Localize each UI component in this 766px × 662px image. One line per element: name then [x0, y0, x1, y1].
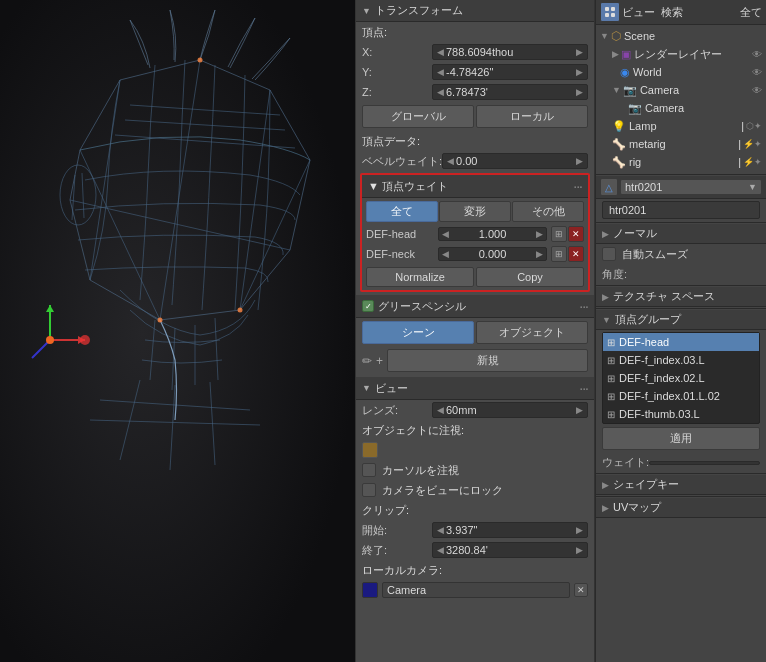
normal-section-header[interactable]: ▶ ノーマル: [596, 224, 766, 244]
grease-new-btn[interactable]: 新規: [387, 349, 588, 372]
vw-row1-arrow-right[interactable]: ▶: [533, 229, 546, 239]
grease-object-btn[interactable]: オブジェクト: [476, 321, 588, 344]
tree-item-rig[interactable]: 🦴 rig | ⚡✦: [596, 153, 766, 171]
object-dropdown-arrow: ▼: [748, 182, 757, 192]
tree-item-metarig[interactable]: 🦴 metarig | ⚡✦: [596, 135, 766, 153]
tree-item-lamp[interactable]: 💡 Lamp | ⬡✦: [596, 117, 766, 135]
copy-btn[interactable]: Copy: [476, 267, 584, 287]
metarig-label: metarig: [629, 138, 666, 150]
tree-item-scene[interactable]: ▼ ⬡ Scene: [596, 27, 766, 45]
vw-row-2: DEF-neck ◀ 0.000 ▶ ⊞ ✕: [362, 244, 588, 264]
vg-grid-icon-0: ⊞: [607, 337, 615, 348]
camera-lock-checkbox[interactable]: [362, 483, 376, 497]
transform-section-header[interactable]: ▼ トランスフォーム: [356, 0, 594, 22]
clip-start-chevron-left: ◀: [437, 525, 444, 535]
normalize-btn[interactable]: Normalize: [366, 267, 474, 287]
grease-section-header[interactable]: ✓ グリースペンシル ···: [356, 295, 594, 318]
apply-btn[interactable]: 適用: [602, 427, 760, 450]
lamp-icon: 💡: [612, 120, 626, 133]
focus-label: オブジェクトに注視:: [362, 423, 464, 438]
vg-item-2[interactable]: ⊞ DEF-f_index.02.L: [603, 369, 759, 387]
z-row: Z: ◀ 6.78473' ▶: [356, 82, 594, 102]
renderlayer-arrow: ▶: [612, 49, 619, 59]
grease-checkbox[interactable]: ✓: [362, 300, 374, 312]
vertex-weight-header[interactable]: ▼ 頂点ウェイト ···: [362, 175, 588, 198]
auto-smooth-checkbox[interactable]: [602, 247, 616, 261]
vertex-data-row: 頂点データ:: [356, 131, 594, 151]
x-value-field[interactable]: ◀ 788.6094thou ▶: [432, 44, 588, 60]
mesh-icon: △: [605, 182, 613, 193]
world-icon: ◉: [620, 66, 630, 79]
cam-clear-btn[interactable]: ✕: [574, 583, 588, 597]
vw-row1-select-icon[interactable]: ⊞: [551, 226, 567, 242]
vw-row1-value-field[interactable]: ◀ 1.000 ▶: [438, 227, 547, 241]
clip-end-field[interactable]: ◀ 3280.84' ▶: [432, 542, 588, 558]
grease-scene-btn[interactable]: シーン: [362, 321, 474, 344]
tab-all[interactable]: 全て: [366, 201, 438, 222]
vg-grid-icon-4: ⊞: [607, 409, 615, 420]
texture-arrow: ▶: [602, 292, 609, 302]
vw-row1-delete-icon[interactable]: ✕: [568, 226, 584, 242]
svg-point-25: [238, 308, 243, 313]
vw-row1-arrow-left[interactable]: ◀: [439, 229, 452, 239]
camera-lock-label: カメラをビューにロック: [382, 483, 503, 498]
vw-row2-delete-icon[interactable]: ✕: [568, 246, 584, 262]
cursor-checkbox[interactable]: [362, 463, 376, 477]
z-value-field[interactable]: ◀ 6.78473' ▶: [432, 84, 588, 100]
clip-end-chevron-right: ▶: [576, 545, 583, 555]
vw-row2-arrow-left[interactable]: ◀: [439, 249, 452, 259]
auto-smooth-label: 自動スムーズ: [622, 247, 688, 262]
vg-item-4[interactable]: ⊞ DEF-thumb.03.L: [603, 405, 759, 423]
uvmap-section-header[interactable]: ▶ UVマップ: [596, 498, 766, 518]
svg-point-24: [198, 58, 203, 63]
viewport[interactable]: [0, 0, 355, 662]
cursor-row[interactable]: カーソルを注視: [356, 460, 594, 480]
vw-row2-select-icon[interactable]: ⊞: [551, 246, 567, 262]
tab-other[interactable]: その他: [512, 201, 584, 222]
z-value: 6.78473': [446, 86, 488, 98]
view-section-header[interactable]: ▼ ビュー ···: [356, 377, 594, 400]
texture-section-header[interactable]: ▶ テクスチャ スペース: [596, 287, 766, 307]
cam-name-field[interactable]: Camera: [382, 582, 570, 598]
svg-rect-1: [0, 0, 355, 662]
weight-row: ウェイト:: [596, 453, 766, 472]
vg-item-0[interactable]: ⊞ DEF-head: [603, 333, 759, 351]
tree-item-renderlayer[interactable]: ▶ ▣ レンダーレイヤー 👁: [596, 45, 766, 63]
vertex-data-label: 頂点データ:: [362, 134, 420, 149]
tree-item-camera-obj[interactable]: 📷 Camera: [596, 99, 766, 117]
object-dropdown[interactable]: htr0201 ▼: [620, 179, 762, 195]
vw-row1-value: 1.000: [452, 228, 533, 240]
focus-swatch-row: [356, 440, 594, 460]
vw-row2-value: 0.000: [452, 248, 533, 260]
camera-lock-row[interactable]: カメラをビューにロック: [356, 480, 594, 500]
global-btn[interactable]: グローバル: [362, 105, 474, 128]
lens-value-field[interactable]: ◀ 60mm ▶: [432, 402, 588, 418]
view-icon: [604, 6, 616, 18]
svg-rect-36: [605, 13, 609, 17]
shapekey-section-header[interactable]: ▶ シェイプキー: [596, 475, 766, 495]
normal-title: ノーマル: [613, 226, 657, 241]
vertex-group-section-header[interactable]: ▼ 頂点グループ: [596, 310, 766, 330]
svg-rect-34: [605, 7, 609, 11]
clip-start-field[interactable]: ◀ 3.937" ▶: [432, 522, 588, 538]
lens-row: レンズ: ◀ 60mm ▶: [356, 400, 594, 420]
weight-value-field[interactable]: [649, 461, 760, 465]
tree-item-world[interactable]: ◉ World 👁: [596, 63, 766, 81]
y-chevron-right: ▶: [576, 67, 583, 77]
right-top-bar: ビュー 検索 全て: [596, 0, 766, 25]
x-label: X:: [362, 46, 432, 58]
vw-row2-arrow-right[interactable]: ▶: [533, 249, 546, 259]
lens-chevron-right: ▶: [576, 405, 583, 415]
obj-icon-btn[interactable]: △: [600, 178, 618, 196]
vg-item-3[interactable]: ⊞ DEF-f_index.01.L.02: [603, 387, 759, 405]
view-icon-btn[interactable]: [600, 2, 620, 22]
local-btn[interactable]: ローカル: [476, 105, 588, 128]
vg-item-1[interactable]: ⊞ DEF-f_index.03.L: [603, 351, 759, 369]
y-value-field[interactable]: ◀ -4.78426" ▶: [432, 64, 588, 80]
scene-tree: ▼ ⬡ Scene ▶ ▣ レンダーレイヤー 👁 ◉ World 👁 ▼ 📷 C…: [596, 25, 766, 173]
tab-transform[interactable]: 変形: [439, 201, 511, 222]
bevel-value-field[interactable]: ◀ 0.00 ▶: [442, 153, 588, 169]
tree-item-camera-group[interactable]: ▼ 📷 Camera 👁: [596, 81, 766, 99]
focus-swatch: [362, 442, 378, 458]
vw-row2-value-field[interactable]: ◀ 0.000 ▶: [438, 247, 547, 261]
